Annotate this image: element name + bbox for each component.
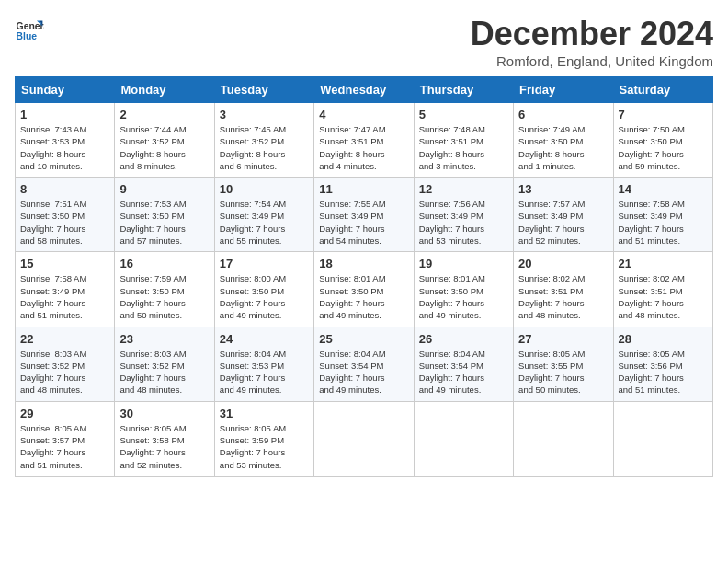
header-monday: Monday (115, 77, 214, 103)
day-number-5: 5 (419, 108, 508, 121)
day-number-1: 1 (20, 108, 109, 121)
day-number-9: 9 (119, 182, 209, 196)
day-cell-26: 26 Sunrise: 8:04 AMSunset: 3:54 PMDaylig… (414, 327, 513, 401)
day-cell-25: 25 Sunrise: 8:04 AMSunset: 3:54 PMDaylig… (314, 327, 414, 401)
day-detail-10: Sunrise: 7:54 AMSunset: 3:49 PMDaylight:… (220, 199, 286, 246)
day-detail-24: Sunrise: 8:04 AMSunset: 3:53 PMDaylight:… (220, 349, 286, 396)
day-detail-15: Sunrise: 7:58 AMSunset: 3:49 PMDaylight:… (20, 273, 86, 320)
day-cell-3: 3 Sunrise: 7:45 AMSunset: 3:52 PMDayligh… (214, 103, 313, 178)
day-number-30: 30 (119, 407, 209, 420)
day-number-13: 13 (518, 182, 608, 196)
day-cell-18: 18 Sunrise: 8:01 AMSunset: 3:50 PMDaylig… (314, 252, 414, 327)
day-detail-6: Sunrise: 7:49 AMSunset: 3:50 PMDaylight:… (518, 124, 585, 171)
day-detail-28: Sunrise: 8:05 AMSunset: 3:56 PMDaylight:… (619, 349, 685, 396)
day-number-6: 6 (518, 108, 608, 121)
day-number-4: 4 (319, 108, 408, 121)
header-sunday: Sunday (16, 77, 115, 103)
day-detail-25: Sunrise: 8:04 AMSunset: 3:54 PMDaylight:… (319, 349, 385, 396)
day-detail-29: Sunrise: 8:05 AMSunset: 3:57 PMDaylight:… (20, 423, 86, 470)
day-cell-1: 1 Sunrise: 7:43 AMSunset: 3:53 PMDayligh… (16, 103, 115, 178)
day-cell-5: 5 Sunrise: 7:48 AMSunset: 3:51 PMDayligh… (414, 103, 513, 178)
day-cell-30: 30 Sunrise: 8:05 AMSunset: 3:58 PMDaylig… (115, 401, 214, 476)
day-detail-14: Sunrise: 7:58 AMSunset: 3:49 PMDaylight:… (619, 199, 685, 246)
day-cell-31: 31 Sunrise: 8:05 AMSunset: 3:59 PMDaylig… (214, 401, 313, 476)
day-number-10: 10 (220, 182, 309, 196)
header-tuesday: Tuesday (214, 77, 313, 103)
day-detail-4: Sunrise: 7:47 AMSunset: 3:51 PMDaylight:… (319, 124, 385, 171)
day-number-27: 27 (518, 332, 608, 346)
empty-cell (613, 401, 712, 476)
day-cell-13: 13 Sunrise: 7:57 AMSunset: 3:49 PMDaylig… (514, 178, 613, 252)
day-cell-17: 17 Sunrise: 8:00 AMSunset: 3:50 PMDaylig… (214, 252, 313, 327)
day-number-3: 3 (220, 108, 309, 121)
day-cell-7: 7 Sunrise: 7:50 AMSunset: 3:50 PMDayligh… (613, 103, 712, 178)
day-number-17: 17 (220, 257, 309, 270)
day-detail-13: Sunrise: 7:57 AMSunset: 3:49 PMDaylight:… (518, 199, 585, 246)
calendar-title: December 2024 (471, 15, 713, 53)
day-cell-21: 21 Sunrise: 8:02 AMSunset: 3:51 PMDaylig… (613, 252, 712, 327)
day-detail-21: Sunrise: 8:02 AMSunset: 3:51 PMDaylight:… (619, 273, 685, 320)
day-cell-9: 9 Sunrise: 7:53 AMSunset: 3:50 PMDayligh… (115, 178, 214, 252)
svg-text:Blue: Blue (17, 31, 38, 41)
day-cell-6: 6 Sunrise: 7:49 AMSunset: 3:50 PMDayligh… (514, 103, 613, 178)
day-cell-28: 28 Sunrise: 8:05 AMSunset: 3:56 PMDaylig… (613, 327, 712, 401)
day-cell-4: 4 Sunrise: 7:47 AMSunset: 3:51 PMDayligh… (314, 103, 414, 178)
day-number-21: 21 (619, 257, 708, 270)
header-saturday: Saturday (613, 77, 712, 103)
day-cell-12: 12 Sunrise: 7:56 AMSunset: 3:49 PMDaylig… (414, 178, 513, 252)
day-cell-14: 14 Sunrise: 7:58 AMSunset: 3:49 PMDaylig… (613, 178, 712, 252)
calendar-table: Sunday Monday Tuesday Wednesday Thursday… (15, 76, 713, 477)
day-detail-22: Sunrise: 8:03 AMSunset: 3:52 PMDaylight:… (20, 349, 86, 396)
calendar-subtitle: Romford, England, United Kingdom (471, 53, 713, 69)
logo: General Blue (15, 15, 44, 44)
day-cell-10: 10 Sunrise: 7:54 AMSunset: 3:49 PMDaylig… (214, 178, 313, 252)
empty-cell (314, 401, 414, 476)
day-detail-17: Sunrise: 8:00 AMSunset: 3:50 PMDaylight:… (220, 273, 286, 320)
day-detail-5: Sunrise: 7:48 AMSunset: 3:51 PMDaylight:… (419, 124, 485, 171)
day-detail-27: Sunrise: 8:05 AMSunset: 3:55 PMDaylight:… (518, 349, 585, 396)
day-detail-16: Sunrise: 7:59 AMSunset: 3:50 PMDaylight:… (119, 273, 186, 320)
header-thursday: Thursday (414, 77, 513, 103)
day-number-18: 18 (319, 257, 408, 270)
day-detail-9: Sunrise: 7:53 AMSunset: 3:50 PMDaylight:… (119, 199, 186, 246)
day-number-29: 29 (20, 407, 109, 420)
day-detail-30: Sunrise: 8:05 AMSunset: 3:58 PMDaylight:… (119, 423, 186, 470)
week-row-3: 15 Sunrise: 7:58 AMSunset: 3:49 PMDaylig… (16, 252, 713, 327)
calendar-header: General Blue December 2024 Romford, Engl… (15, 15, 713, 69)
day-detail-3: Sunrise: 7:45 AMSunset: 3:52 PMDaylight:… (220, 124, 286, 171)
week-row-4: 22 Sunrise: 8:03 AMSunset: 3:52 PMDaylig… (16, 327, 713, 401)
week-row-1: 1 Sunrise: 7:43 AMSunset: 3:53 PMDayligh… (16, 103, 713, 178)
day-detail-7: Sunrise: 7:50 AMSunset: 3:50 PMDaylight:… (619, 124, 685, 171)
day-cell-23: 23 Sunrise: 8:03 AMSunset: 3:52 PMDaylig… (115, 327, 214, 401)
day-detail-1: Sunrise: 7:43 AMSunset: 3:53 PMDaylight:… (20, 124, 86, 171)
logo-icon: General Blue (15, 15, 44, 44)
empty-cell (514, 401, 613, 476)
day-detail-20: Sunrise: 8:02 AMSunset: 3:51 PMDaylight:… (518, 273, 585, 320)
day-number-24: 24 (220, 332, 309, 346)
day-number-20: 20 (518, 257, 608, 270)
day-number-8: 8 (20, 182, 109, 196)
day-detail-11: Sunrise: 7:55 AMSunset: 3:49 PMDaylight:… (319, 199, 385, 246)
day-cell-2: 2 Sunrise: 7:44 AMSunset: 3:52 PMDayligh… (115, 103, 214, 178)
day-number-22: 22 (20, 332, 109, 346)
day-number-2: 2 (119, 108, 209, 121)
week-row-2: 8 Sunrise: 7:51 AMSunset: 3:50 PMDayligh… (16, 178, 713, 252)
day-number-19: 19 (419, 257, 508, 270)
header-wednesday: Wednesday (314, 77, 414, 103)
day-number-23: 23 (119, 332, 209, 346)
day-detail-2: Sunrise: 7:44 AMSunset: 3:52 PMDaylight:… (119, 124, 186, 171)
day-detail-23: Sunrise: 8:03 AMSunset: 3:52 PMDaylight:… (119, 349, 186, 396)
day-cell-22: 22 Sunrise: 8:03 AMSunset: 3:52 PMDaylig… (16, 327, 115, 401)
day-number-28: 28 (619, 332, 708, 346)
day-detail-8: Sunrise: 7:51 AMSunset: 3:50 PMDaylight:… (20, 199, 86, 246)
day-detail-26: Sunrise: 8:04 AMSunset: 3:54 PMDaylight:… (419, 349, 485, 396)
day-cell-19: 19 Sunrise: 8:01 AMSunset: 3:50 PMDaylig… (414, 252, 513, 327)
day-cell-27: 27 Sunrise: 8:05 AMSunset: 3:55 PMDaylig… (514, 327, 613, 401)
day-number-14: 14 (619, 182, 708, 196)
week-row-5: 29 Sunrise: 8:05 AMSunset: 3:57 PMDaylig… (16, 401, 713, 476)
header-friday: Friday (514, 77, 613, 103)
day-cell-11: 11 Sunrise: 7:55 AMSunset: 3:49 PMDaylig… (314, 178, 414, 252)
day-cell-29: 29 Sunrise: 8:05 AMSunset: 3:57 PMDaylig… (16, 401, 115, 476)
day-number-26: 26 (419, 332, 508, 346)
day-number-25: 25 (319, 332, 408, 346)
